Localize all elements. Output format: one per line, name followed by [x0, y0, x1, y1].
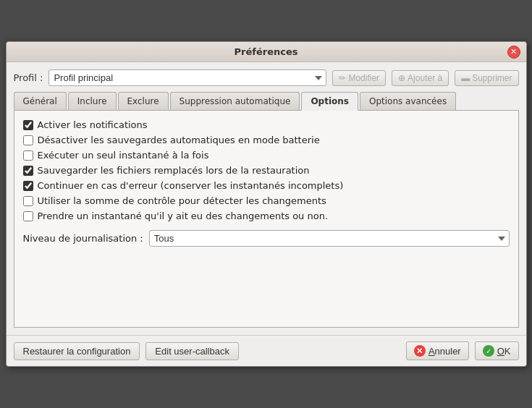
journal-row: Niveau de journalisation : Tous Debug In… [23, 230, 510, 247]
label-restore: Sauvegarder les fichiers remplacés lors … [38, 165, 310, 176]
checkbox-battery[interactable] [23, 135, 33, 145]
cancel-label: Annuler [428, 346, 461, 357]
checkbox-error[interactable] [23, 181, 33, 191]
profile-select[interactable]: Profil principal [48, 69, 326, 86]
checkbox-notif[interactable] [23, 120, 33, 130]
tab-content-options: Activer les notifications Désactiver les… [14, 111, 519, 328]
tab-general[interactable]: Général [14, 92, 67, 110]
bottom-bar: Restaurer la configuration Edit user-cal… [7, 335, 526, 366]
tab-options-avancees[interactable]: Options avancées [360, 92, 456, 110]
pencil-icon: ✏ [339, 73, 346, 83]
supprimer-button[interactable]: ▬ Supprimer [455, 70, 518, 86]
modifier-label: Modifier [348, 73, 379, 83]
tab-exclure[interactable]: Exclure [118, 92, 169, 110]
label-battery: Désactiver les sauvegardes automatiques … [38, 135, 320, 145]
checkbox-once[interactable] [23, 150, 33, 161]
edit-callback-button[interactable]: Edit user-callback [145, 342, 239, 360]
plus-icon: ⊕ [398, 73, 405, 83]
restore-label: Restaurer la configuration [23, 346, 131, 357]
label-checksum: Utiliser la somme de contrôle pour détec… [38, 195, 326, 206]
ok-icon: ✓ [483, 345, 494, 357]
checkbox-snap[interactable] [23, 211, 33, 221]
journal-label: Niveau de journalisation : [23, 233, 143, 244]
ok-label: OK [497, 346, 511, 357]
restore-config-button[interactable]: Restaurer la configuration [14, 342, 140, 360]
checkbox-restore[interactable] [23, 166, 33, 176]
option-snap: Prendre un instantané qu'il y ait eu des… [23, 211, 510, 221]
options-list: Activer les notifications Désactiver les… [23, 119, 510, 247]
main-content: Profil : Profil principal ✏ Modifier ⊕ A… [7, 62, 526, 335]
window-title: Préférences [235, 46, 298, 57]
preferences-window: Préférences ✕ Profil : Profil principal … [6, 41, 527, 367]
option-checksum: Utiliser la somme de contrôle pour détec… [23, 195, 510, 206]
option-once: Exécuter un seul instantané à la fois [23, 150, 510, 161]
label-once: Exécuter un seul instantané à la fois [38, 150, 209, 161]
profile-label: Profil : [14, 72, 43, 83]
tab-suppression[interactable]: Suppression automatique [170, 92, 300, 110]
option-battery: Désactiver les sauvegardes automatiques … [23, 135, 510, 145]
tab-inclure[interactable]: Inclure [68, 92, 117, 110]
close-button[interactable]: ✕ [507, 46, 520, 59]
option-error: Continuer en cas d'erreur (conserver les… [23, 180, 510, 191]
journal-select[interactable]: Tous Debug Info Warning Error [149, 230, 510, 247]
option-restore: Sauvegarder les fichiers remplacés lors … [23, 165, 510, 176]
label-snap: Prendre un instantané qu'il y ait eu des… [38, 211, 329, 221]
ok-button[interactable]: ✓ OK [475, 341, 519, 360]
tab-options[interactable]: Options [301, 92, 358, 111]
checkbox-checksum[interactable] [23, 196, 33, 206]
tabs-row: Général Inclure Exclure Suppression auto… [14, 92, 519, 111]
label-notif: Activer les notifications [38, 119, 148, 130]
edit-label: Edit user-callback [155, 346, 229, 357]
ajouter-button[interactable]: ⊕ Ajouter à [392, 70, 449, 86]
cancel-button[interactable]: ✕ Annuler [406, 341, 469, 360]
ajouter-label: Ajouter à [408, 73, 442, 83]
minus-icon: ▬ [461, 73, 470, 83]
label-error: Continuer en cas d'erreur (conserver les… [38, 180, 344, 191]
cancel-icon: ✕ [414, 345, 426, 357]
option-notif: Activer les notifications [23, 119, 510, 130]
profile-row: Profil : Profil principal ✏ Modifier ⊕ A… [14, 69, 519, 86]
supprimer-label: Supprimer [472, 73, 512, 83]
titlebar: Préférences ✕ [7, 42, 526, 62]
modifier-button[interactable]: ✏ Modifier [332, 70, 386, 86]
tabs-container: Général Inclure Exclure Suppression auto… [14, 92, 519, 328]
